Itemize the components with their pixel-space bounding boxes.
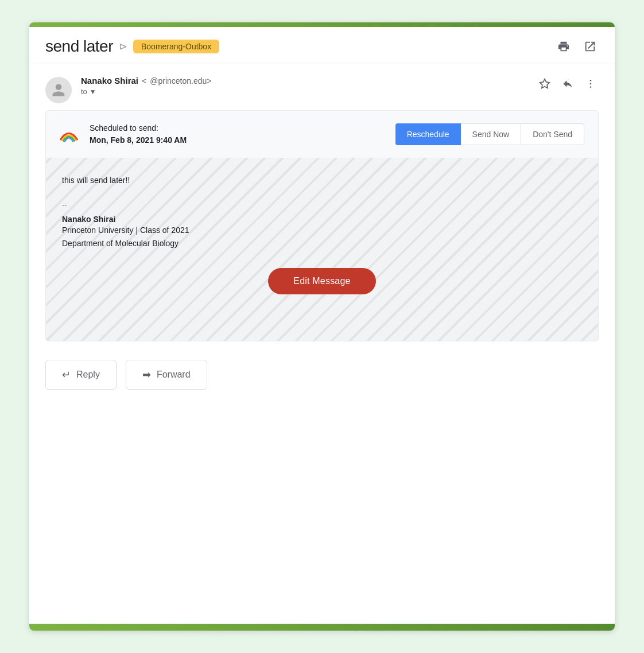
- header-icons: [555, 38, 599, 55]
- top-bar: [29, 22, 615, 27]
- sender-actions: [537, 76, 599, 92]
- reschedule-button[interactable]: Reschedule: [395, 123, 461, 145]
- header-arrow-icon: ⊳: [119, 40, 127, 53]
- send-label: send:: [139, 123, 158, 133]
- boomerang-logo-icon: [60, 126, 78, 142]
- more-vert-icon: [585, 78, 596, 90]
- open-in-new-button[interactable]: [581, 38, 599, 55]
- star-icon: [539, 78, 550, 90]
- to-label: to: [81, 87, 87, 96]
- svg-point-3: [590, 87, 592, 88]
- reply-btn-label: Reply: [76, 370, 100, 380]
- svg-point-2: [590, 83, 592, 85]
- email-sig-name: Nanako Shirai: [62, 215, 582, 224]
- bottom-bar: [29, 624, 615, 631]
- print-button[interactable]: [555, 38, 572, 55]
- email-sig-line1: Princeton University | Class of 2021: [62, 224, 582, 236]
- forward-btn-label: Forward: [157, 370, 191, 380]
- send-now-button[interactable]: Send Now: [461, 123, 522, 145]
- boomerang-outbox-badge: Boomerang-Outbox: [133, 40, 219, 53]
- email-sig-line2: Department of Molecular Biology: [62, 237, 582, 250]
- chevron-down-icon[interactable]: ▼: [90, 88, 96, 96]
- edit-message-btn-wrap: Edit Message: [62, 268, 582, 294]
- email-body: this will send later!! -- Nanako Shirai …: [45, 158, 599, 341]
- reply-row: ↵ Reply ➡ Forward: [29, 341, 615, 413]
- open-in-new-icon: [584, 40, 596, 53]
- reply-header-button[interactable]: [560, 76, 576, 92]
- scheduled-time: Mon, Feb 8, 2021 9:40 AM: [90, 135, 187, 145]
- svg-point-1: [590, 80, 592, 81]
- sender-row: Nanako Shirai < @princeton.edu> to ▼: [29, 64, 615, 110]
- reply-btn-icon: ↵: [62, 368, 71, 381]
- scheduled-label: Scheduled to: [90, 123, 137, 133]
- sender-email-prefix: <: [142, 76, 146, 85]
- email-divider: --: [62, 200, 582, 209]
- star-button[interactable]: [537, 76, 553, 92]
- boomerang-banner: Scheduled to send: Mon, Feb 8, 2021 9:40…: [45, 110, 599, 158]
- email-message: this will send later!!: [62, 174, 582, 186]
- email-content: this will send later!! -- Nanako Shirai …: [62, 174, 582, 294]
- avatar-person-icon: [51, 83, 66, 98]
- reply-button[interactable]: ↵ Reply: [45, 360, 117, 390]
- scheduled-text: Scheduled to send: Mon, Feb 8, 2021 9:40…: [90, 122, 187, 146]
- sender-name-row: Nanako Shirai < @princeton.edu>: [81, 76, 537, 85]
- sender-name: Nanako Shirai: [81, 76, 138, 85]
- page-title: send later: [45, 37, 113, 56]
- edit-message-button[interactable]: Edit Message: [268, 268, 375, 294]
- svg-marker-0: [540, 79, 550, 88]
- banner-buttons: Reschedule Send Now Don't Send: [395, 123, 584, 145]
- forward-button[interactable]: ➡ Forward: [126, 360, 207, 390]
- sender-to-row: to ▼: [81, 87, 537, 96]
- sender-email: @princeton.edu>: [150, 76, 211, 85]
- print-icon: [557, 40, 570, 53]
- avatar: [45, 77, 72, 103]
- reply-icon: [562, 78, 573, 90]
- more-options-button[interactable]: [583, 76, 599, 92]
- email-card: send later ⊳ Boomerang-Outbox: [29, 22, 615, 631]
- header-row: send later ⊳ Boomerang-Outbox: [29, 27, 615, 64]
- sender-info: Nanako Shirai < @princeton.edu> to ▼: [81, 76, 537, 96]
- forward-btn-icon: ➡: [142, 368, 151, 381]
- dont-send-button[interactable]: Don't Send: [521, 123, 584, 145]
